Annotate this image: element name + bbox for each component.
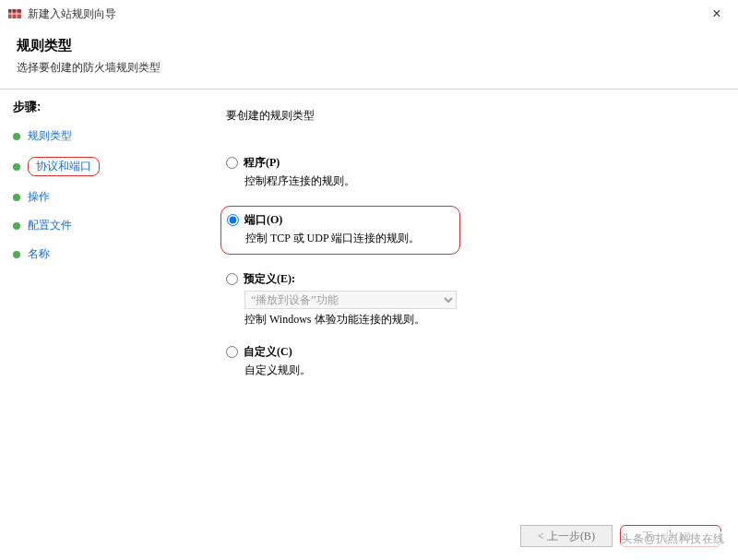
wizard-header: 规则类型 选择要创建的防火墙规则类型 <box>0 28 738 89</box>
option-label: 程序(P) <box>244 155 280 171</box>
step-link[interactable]: 规则类型 <box>28 128 72 144</box>
step-name[interactable]: 名称 <box>13 246 180 262</box>
option-port[interactable]: 端口(O) 控制 TCP 或 UDP 端口连接的规则。 <box>220 206 460 255</box>
option-desc: 控制程序连接的规则。 <box>244 173 710 189</box>
wizard-footer: < 上一步(B) 下一步(N) > <box>520 525 721 547</box>
svg-rect-1 <box>8 9 21 12</box>
step-link[interactable]: 操作 <box>28 189 50 205</box>
step-link[interactable]: 协议和端口 <box>28 157 100 176</box>
step-action[interactable]: 操作 <box>13 189 180 205</box>
step-profile[interactable]: 配置文件 <box>13 218 180 233</box>
firewall-icon <box>7 6 22 21</box>
rule-type-question: 要创建的规则类型 <box>226 108 710 124</box>
option-label: 预定义(E): <box>244 271 295 287</box>
option-label: 自定义(C) <box>244 344 292 360</box>
radio-program[interactable] <box>226 157 238 169</box>
option-desc: 控制 TCP 或 UDP 端口连接的规则。 <box>245 231 450 246</box>
page-title: 规则类型 <box>17 37 721 54</box>
option-custom[interactable]: 自定义(C) 自定义规则。 <box>226 344 710 378</box>
step-protocol-port[interactable]: 协议和端口 <box>13 157 180 176</box>
step-link[interactable]: 名称 <box>28 246 50 262</box>
step-link[interactable]: 配置文件 <box>28 218 72 233</box>
option-program[interactable]: 程序(P) 控制程序连接的规则。 <box>226 155 710 189</box>
option-desc: 自定义规则。 <box>244 363 710 378</box>
bullet-icon <box>13 194 20 201</box>
option-label: 端口(O) <box>244 212 282 228</box>
close-icon[interactable]: × <box>703 6 731 22</box>
radio-predefined[interactable] <box>226 273 238 285</box>
bullet-icon <box>13 251 20 258</box>
radio-custom[interactable] <box>226 346 238 358</box>
option-predefined[interactable]: 预定义(E): “播放到设备”功能 控制 Windows 体验功能连接的规则。 <box>226 271 710 328</box>
window-title: 新建入站规则向导 <box>28 6 116 22</box>
titlebar: 新建入站规则向导 × <box>0 0 738 28</box>
steps-heading: 步骤: <box>13 99 180 115</box>
main-panel: 要创建的规则类型 程序(P) 控制程序连接的规则。 端口(O) 控制 TCP 或… <box>180 89 738 523</box>
bullet-icon <box>13 133 20 140</box>
step-rule-type[interactable]: 规则类型 <box>13 128 180 144</box>
page-subtitle: 选择要创建的防火墙规则类型 <box>17 60 721 76</box>
predefined-select: “播放到设备”功能 <box>244 291 457 309</box>
bullet-icon <box>13 222 20 230</box>
steps-sidebar: 步骤: 规则类型 协议和端口 操作 配置文件 名称 <box>0 89 180 523</box>
back-button: < 上一步(B) <box>520 525 613 547</box>
bullet-icon <box>13 163 20 171</box>
next-button[interactable]: 下一步(N) > <box>620 525 721 547</box>
option-desc: 控制 Windows 体验功能连接的规则。 <box>244 312 710 328</box>
radio-port[interactable] <box>227 214 239 226</box>
